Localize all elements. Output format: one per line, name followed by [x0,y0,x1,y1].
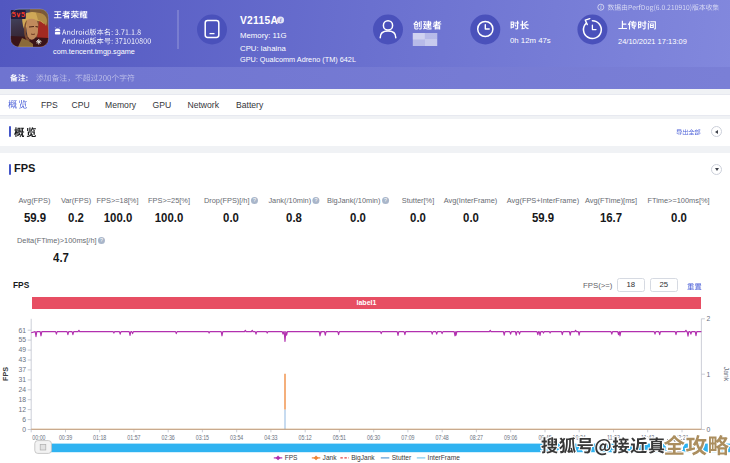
svg-text:05:51: 05:51 [333,434,346,441]
svg-text:09:45: 09:45 [538,434,551,441]
svg-text:55: 55 [18,336,26,343]
svg-text:0: 0 [707,426,711,433]
svg-text:11:42: 11:42 [641,434,654,441]
svg-text:18: 18 [18,396,26,403]
svg-text:03:54: 03:54 [230,434,243,441]
svg-text:Jank: Jank [723,367,730,382]
svg-text:FPS: FPS [285,454,298,461]
svg-text:00:00: 00:00 [32,434,45,441]
svg-text:09:06: 09:06 [504,434,517,441]
svg-text:24: 24 [18,386,26,393]
svg-text:Stutter: Stutter [392,454,412,461]
svg-text:10:24: 10:24 [573,434,586,441]
svg-text:01:57: 01:57 [127,434,140,441]
svg-text:43: 43 [18,356,26,363]
svg-text:01:18: 01:18 [93,434,106,441]
svg-text:07:09: 07:09 [401,434,414,441]
svg-text:02:36: 02:36 [162,434,175,441]
svg-text:BigJank: BigJank [351,454,375,462]
svg-text:InterFrame: InterFrame [428,454,461,461]
svg-text:1: 1 [707,371,711,378]
svg-text:04:33: 04:33 [264,434,277,441]
svg-text:05:12: 05:12 [299,434,312,441]
svg-text:08:27: 08:27 [470,434,483,441]
svg-text:FPS: FPS [1,367,10,381]
svg-text:03:15: 03:15 [196,434,209,441]
svg-text:07:48: 07:48 [436,434,449,441]
svg-text:00:39: 00:39 [59,434,72,441]
svg-text:49: 49 [18,346,26,353]
svg-text:31: 31 [18,376,26,383]
svg-text:61: 61 [18,327,26,334]
svg-text:37: 37 [18,366,26,373]
svg-text:11:03: 11:03 [607,434,620,441]
svg-text:0: 0 [22,426,26,433]
svg-text:12: 12 [18,406,26,413]
svg-text:Jank: Jank [323,454,338,461]
svg-text:6: 6 [22,416,26,423]
svg-text:12:21: 12:21 [675,434,688,441]
svg-text:06:30: 06:30 [367,434,380,441]
svg-text:2: 2 [707,315,711,322]
